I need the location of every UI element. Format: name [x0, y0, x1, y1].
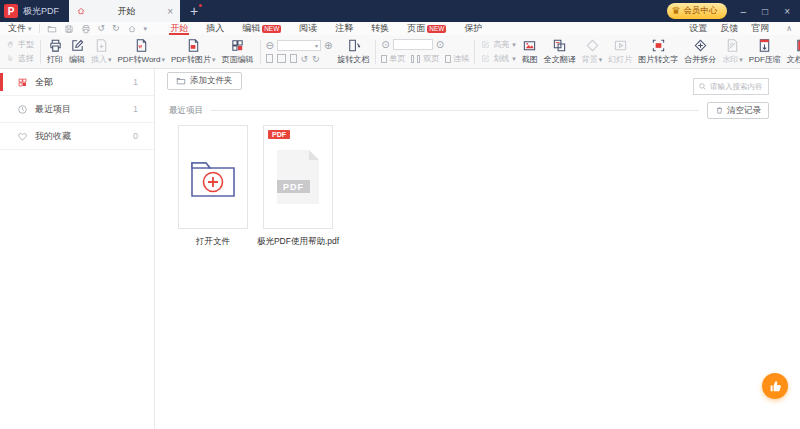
- card-label: 极光PDF使用帮助.pdf: [257, 236, 339, 248]
- website-link[interactable]: 官网: [751, 22, 769, 35]
- edit-icon: [70, 38, 85, 53]
- undo-icon[interactable]: ↺: [98, 24, 106, 33]
- pointer-tools: 手型 选择: [3, 39, 37, 64]
- tab-close-icon[interactable]: ×: [167, 6, 173, 17]
- highlight-button[interactable]: 高亮▾: [481, 39, 516, 50]
- tab-annotate[interactable]: 注释: [326, 22, 362, 35]
- pdf-thumbnail: PDF: [277, 150, 319, 204]
- print-button[interactable]: 打印: [44, 38, 66, 65]
- pdf-to-image-button[interactable]: PDF转图片▾: [168, 38, 219, 65]
- tab-insert[interactable]: 插入: [197, 22, 233, 35]
- insert-button[interactable]: 插入▾: [88, 38, 115, 65]
- annotation-tools: 高亮▾ 划线▾: [478, 39, 519, 64]
- feedback-link[interactable]: 反馈: [720, 22, 738, 35]
- tab-edit[interactable]: 编辑NEW: [233, 22, 290, 35]
- slideshow-button[interactable]: 幻灯片: [605, 38, 635, 65]
- compress-icon: [757, 38, 772, 53]
- continuous-button[interactable]: 连续: [445, 53, 469, 64]
- recent-cards: 打开文件 PDF PDF 极光PDF使用帮助.pdf: [178, 125, 333, 248]
- page-nav-controls: ⊙ ⊙ 单页 双页 连续: [379, 39, 471, 64]
- rotate-document-button[interactable]: 旋转文档: [334, 38, 372, 65]
- sidebar-item-all[interactable]: 全部 1: [0, 69, 154, 96]
- open-file-icon[interactable]: [47, 24, 57, 34]
- pdf-compress-button[interactable]: PDF压缩: [746, 38, 784, 65]
- document-compare-button[interactable]: 文档对比: [784, 38, 800, 65]
- single-page-button[interactable]: 单页: [381, 53, 405, 64]
- tab-protect[interactable]: 保护: [455, 22, 491, 35]
- sidebar-item-favorites[interactable]: 我的收藏 0: [0, 123, 154, 150]
- item-count: 1: [133, 77, 138, 87]
- fit-page-icon[interactable]: [277, 54, 286, 63]
- close-button[interactable]: ×: [784, 6, 790, 17]
- open-file-card[interactable]: 打开文件: [178, 125, 248, 248]
- home-icon[interactable]: [127, 24, 137, 34]
- maximize-button[interactable]: □: [762, 6, 768, 17]
- sidebar-item-label: 最近项目: [35, 103, 71, 116]
- sidebar-item-recent[interactable]: 最近项目 1: [0, 96, 154, 123]
- merge-split-icon: [693, 38, 708, 53]
- prev-page-icon[interactable]: ⊙: [381, 39, 389, 50]
- print-icon[interactable]: [81, 24, 91, 34]
- tab-start[interactable]: 开始: [161, 22, 197, 35]
- next-page-icon[interactable]: ⊙: [436, 39, 444, 50]
- recent-file-card[interactable]: PDF PDF 极光PDF使用帮助.pdf: [263, 125, 333, 248]
- new-badge: NEW: [427, 25, 446, 33]
- grid-icon: [17, 77, 28, 88]
- image-to-text-button[interactable]: 图片转文字: [635, 38, 681, 65]
- merge-split-button[interactable]: 合并拆分: [681, 38, 719, 65]
- new-tab-button[interactable]: +: [190, 4, 198, 18]
- watermark-button[interactable]: 水印▾: [719, 38, 746, 65]
- section-divider: [211, 110, 699, 111]
- zoom-in-icon[interactable]: ⊕: [324, 40, 332, 51]
- zoom-controls: ⊖ ▾ ⊕ ↺ ↻: [264, 40, 335, 64]
- actual-size-icon[interactable]: [290, 54, 297, 63]
- title-bar: P 极光PDF 开始 × + ♛ 会员中心 – □ ×: [0, 0, 800, 22]
- settings-link[interactable]: 设置: [689, 22, 707, 35]
- home-icon: [76, 6, 86, 16]
- screenshot-button[interactable]: 截图: [519, 38, 541, 65]
- add-folder-button[interactable]: 添加文件夹: [167, 72, 242, 90]
- background-button[interactable]: 背景▾: [579, 38, 606, 65]
- rotate-right-icon[interactable]: ↻: [312, 54, 320, 64]
- item-count: 1: [133, 104, 138, 114]
- tab-convert[interactable]: 转换: [362, 22, 398, 35]
- section-title: 最近项目: [169, 105, 203, 117]
- clear-records-button[interactable]: 清空记录: [707, 102, 769, 119]
- two-page-button[interactable]: 双页: [411, 53, 439, 64]
- sidebar-item-label: 全部: [35, 76, 53, 89]
- ribbon-tabs: 开始 插入 编辑NEW 阅读 注释 转换 页面NEW 保护: [161, 22, 491, 35]
- save-icon[interactable]: [64, 24, 74, 34]
- heart-icon: [17, 131, 28, 142]
- feedback-float-button[interactable]: [762, 373, 788, 399]
- document-tab[interactable]: 开始 ×: [69, 0, 180, 22]
- quick-access-toolbar: ↺ ↻ ▾: [47, 24, 148, 34]
- select-tool-button[interactable]: 选择: [6, 53, 34, 64]
- search-input[interactable]: [710, 82, 764, 91]
- pdf-badge: PDF: [268, 130, 290, 139]
- chevron-down-icon[interactable]: ▾: [144, 25, 148, 33]
- compare-icon: [795, 38, 800, 53]
- doc-word-icon: [134, 38, 149, 53]
- member-center-button[interactable]: ♛ 会员中心: [667, 3, 727, 19]
- minimize-button[interactable]: –: [741, 6, 747, 17]
- tab-read[interactable]: 阅读: [290, 22, 326, 35]
- fit-width-icon[interactable]: [266, 54, 273, 63]
- image-to-text-icon: [651, 38, 666, 53]
- file-menu[interactable]: 文件▾: [8, 22, 32, 35]
- rotate-left-icon[interactable]: ↺: [301, 54, 309, 64]
- full-text-translate-button[interactable]: 全文翻译: [541, 38, 579, 65]
- menu-right-links: 设置 反馈 官网 ∧: [689, 22, 792, 35]
- hand-tool-button[interactable]: 手型: [6, 39, 34, 50]
- underline-button[interactable]: 划线▾: [481, 53, 516, 64]
- edit-button[interactable]: 编辑: [66, 38, 88, 65]
- tab-page[interactable]: 页面NEW: [398, 22, 455, 35]
- page-number-input[interactable]: [393, 39, 433, 50]
- pdf-to-word-button[interactable]: PDF转Word▾: [115, 38, 168, 65]
- search-box[interactable]: [693, 78, 769, 95]
- collapse-ribbon-icon[interactable]: ∧: [786, 24, 792, 33]
- redo-icon[interactable]: ↻: [112, 24, 120, 33]
- zoom-out-icon[interactable]: ⊖: [266, 40, 274, 51]
- zoom-level-select[interactable]: ▾: [277, 40, 321, 51]
- page-edit-button[interactable]: 页面编辑: [219, 38, 257, 65]
- toolbar: 手型 选择 打印 编辑 插入▾ PDF转Word▾ PDF转图片▾ 页面编辑 ⊖…: [0, 35, 800, 69]
